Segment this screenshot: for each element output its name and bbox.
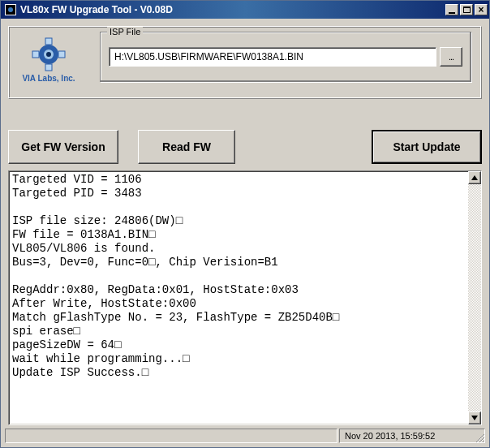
window-title: VL80x FW Upgrade Tool - V0.08D bbox=[20, 4, 445, 15]
window-controls: × bbox=[445, 4, 489, 15]
start-update-button[interactable]: Start Update bbox=[372, 130, 482, 164]
isp-group-label: ISP File bbox=[107, 27, 143, 37]
read-fw-button[interactable]: Read FW bbox=[138, 130, 235, 164]
svg-rect-1 bbox=[32, 51, 39, 58]
action-buttons: Get FW Version Read FW Start Update bbox=[8, 130, 482, 164]
resize-grip-icon[interactable] bbox=[474, 432, 485, 443]
log-output: Targeted VID = 1106 Targeted PID = 3483 … bbox=[8, 170, 482, 425]
svg-rect-0 bbox=[45, 38, 52, 45]
maximize-button[interactable] bbox=[460, 4, 473, 15]
svg-marker-8 bbox=[471, 416, 478, 420]
svg-point-6 bbox=[46, 52, 51, 57]
log-scrollbar[interactable] bbox=[468, 171, 481, 424]
vendor-logo: VIA Labs, Inc. bbox=[19, 37, 79, 83]
log-text[interactable]: Targeted VID = 1106 Targeted PID = 3483 … bbox=[9, 171, 468, 424]
svg-rect-3 bbox=[45, 64, 52, 71]
statusbar: Nov 20 2013, 15:59:52 bbox=[5, 429, 485, 443]
isp-file-path-input[interactable]: H:\VL805.USB\FIRMWARE\FW0138A1.BIN bbox=[109, 47, 436, 67]
svg-rect-2 bbox=[58, 51, 65, 58]
get-fw-version-button[interactable]: Get FW Version bbox=[8, 130, 118, 164]
isp-file-group: ISP File H:\VL805.USB\FIRMWARE\FW0138A1.… bbox=[100, 32, 471, 82]
status-cell-left bbox=[5, 429, 337, 443]
status-timestamp: Nov 20 2013, 15:59:52 bbox=[339, 429, 485, 443]
browse-button[interactable]: ... bbox=[440, 47, 462, 67]
svg-line-14 bbox=[484, 442, 484, 442]
titlebar[interactable]: VL80x FW Upgrade Tool - V0.08D × bbox=[1, 1, 489, 19]
minimize-button[interactable] bbox=[445, 4, 458, 15]
vendor-label: VIA Labs, Inc. bbox=[19, 74, 79, 83]
close-button[interactable]: × bbox=[475, 4, 488, 15]
scroll-up-button[interactable] bbox=[468, 171, 481, 184]
client-area: VIA Labs, Inc. ISP File H:\VL805.USB\FIR… bbox=[3, 21, 487, 445]
scroll-track[interactable] bbox=[468, 184, 481, 411]
app-window: VL80x FW Upgrade Tool - V0.08D × VIA Lab… bbox=[0, 0, 490, 448]
upper-panel: VIA Labs, Inc. ISP File H:\VL805.USB\FIR… bbox=[8, 26, 482, 99]
app-icon bbox=[4, 3, 17, 16]
svg-marker-7 bbox=[471, 175, 478, 180]
scroll-down-button[interactable] bbox=[468, 411, 481, 424]
